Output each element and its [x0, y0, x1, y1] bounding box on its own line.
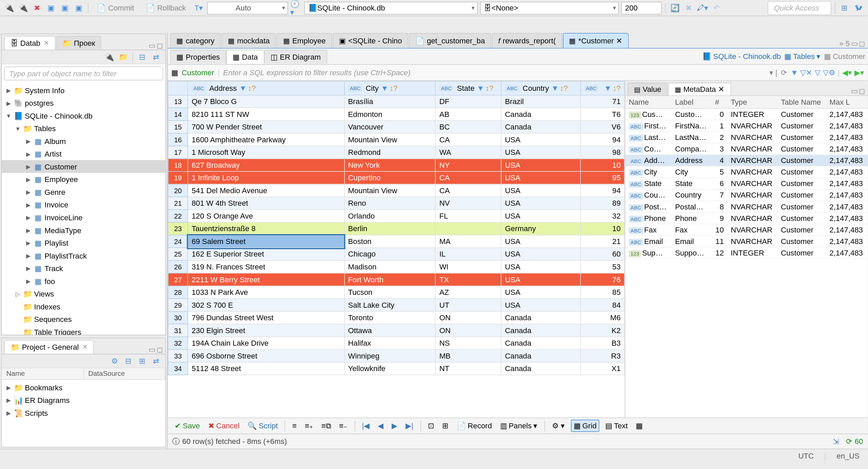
cell[interactable]: 1033 N Park Ave — [188, 286, 344, 299]
filter-icon[interactable]: ▼ — [239, 84, 247, 93]
tx-mode-combo[interactable]: Auto — [207, 1, 288, 14]
cell[interactable]: 1600 Amphitheatre Parkway — [188, 133, 344, 146]
collapse-icon[interactable]: ⊟ — [123, 355, 134, 367]
panels-button[interactable]: ▥ Panels ▾ — [498, 420, 540, 431]
cell[interactable]: 10 — [580, 222, 625, 235]
table-row[interactable]: 148210 111 ST NWEdmontonABCanadaT6 — [168, 108, 625, 121]
cancel-button[interactable]: ✖ Cancel — [206, 420, 242, 431]
cell[interactable]: NV — [436, 197, 501, 210]
table-row[interactable]: 13Qe 7 Bloco GBrasíliaDFBrazil71 — [168, 95, 625, 108]
cell[interactable]: Ottawa — [344, 324, 435, 337]
cell[interactable]: Halifax — [344, 337, 435, 350]
cell[interactable]: USA — [501, 184, 580, 197]
nav-next-icon[interactable]: ▶ — [389, 420, 400, 431]
col-state[interactable]: ABCState▼↕? — [436, 81, 501, 95]
cell[interactable]: Cupertino — [344, 171, 435, 184]
table-row[interactable]: 161600 Amphitheatre ParkwayMountain View… — [168, 133, 625, 146]
meta-row[interactable]: ABCEmailEmail11NVARCHARCustomer2,147,483 — [625, 236, 868, 247]
filter-expression-input[interactable]: Enter a SQL expression to filter results… — [223, 68, 766, 77]
cell[interactable]: Canada — [501, 349, 580, 362]
meta-col[interactable]: Name — [625, 96, 671, 108]
cell[interactable]: Qe 7 Bloco G — [188, 95, 344, 108]
cell[interactable]: Canada — [501, 108, 580, 121]
cell[interactable]: 32 — [580, 209, 625, 222]
row-limit-input[interactable]: 200 — [621, 1, 662, 14]
tab-customer[interactable]: ▦ *Customer ✕ — [563, 33, 629, 48]
meta-row[interactable]: ABCLast…LastNa…2NVARCHARCustomer2,147,48… — [625, 131, 868, 143]
cell[interactable]: 8210 111 ST NW — [188, 108, 344, 121]
cell[interactable]: Canada — [501, 337, 580, 350]
sort-icon[interactable]: ↕? — [390, 84, 397, 93]
cell[interactable]: V6 — [580, 121, 625, 134]
meta-row[interactable]: ABCPost…Postal…8NVARCHARCustomer2,147,48… — [625, 201, 868, 212]
cell[interactable]: 98 — [580, 146, 625, 159]
cell[interactable]: 2211 W Berry Street — [188, 273, 344, 286]
table-row[interactable]: 30796 Dundas Street WestTorontoONCanadaM… — [168, 311, 625, 324]
cell[interactable]: MA — [436, 235, 501, 248]
nav-back-icon[interactable]: ◀▾ — [842, 68, 852, 77]
cell[interactable]: Salt Lake City — [344, 299, 435, 311]
tab-sqlite-chino[interactable]: ▣ <SQLite - Chino — [333, 33, 408, 48]
row-number[interactable]: 31 — [168, 324, 188, 337]
meta-row[interactable]: ABCCou…Country7NVARCHARCustomer2,147,483 — [625, 189, 868, 201]
maximize-icon[interactable]: ◻ — [859, 87, 865, 96]
add-row-icon[interactable]: ≡₊ — [302, 420, 316, 431]
table-row[interactable]: 21801 W 4th StreetRenoNVUSA89 — [168, 197, 625, 210]
tab-employee[interactable]: ▦ Employee — [277, 33, 332, 48]
col-city[interactable]: ABCCity▼↕? — [344, 81, 435, 95]
row-number[interactable]: 23 — [168, 222, 188, 235]
filter-icon[interactable]: ▼ — [551, 84, 559, 93]
table-row[interactable]: 18627 BroadwayNew YorkNYUSA10 — [168, 159, 625, 171]
col-address[interactable]: ABCAddress▼↕? — [188, 81, 344, 95]
tab-overflow[interactable]: » 5 — [839, 39, 850, 48]
rollback-button[interactable]: 📄 Rollback — [141, 2, 191, 13]
cell[interactable]: 84 — [580, 299, 625, 311]
sql-editor-icon[interactable]: ▣ — [45, 2, 57, 14]
tree-table-playlisttrack[interactable]: ▶▦PlaylistTrack — [2, 249, 165, 262]
sort-icon[interactable]: ↕? — [248, 84, 256, 93]
cell[interactable]: Reno — [344, 197, 435, 210]
new-folder-icon[interactable]: 📁 — [117, 51, 129, 63]
filter-custom-icon[interactable]: ▽⚙ — [823, 68, 836, 77]
row-number[interactable]: 21 — [168, 197, 188, 210]
table-row[interactable]: 31230 Elgin StreetOttawaONCanadaK2 — [168, 324, 625, 337]
close-icon[interactable]: ✕ — [616, 36, 623, 45]
row-number[interactable]: 30 — [168, 311, 188, 324]
col-name[interactable]: Name — [2, 368, 83, 379]
cell[interactable]: 60 — [580, 248, 625, 261]
cell[interactable]: 230 Elgin Street — [188, 324, 344, 337]
tab-category[interactable]: ▦ category — [170, 33, 221, 48]
quick-access-input[interactable]: Quick Access — [768, 1, 831, 15]
cell[interactable]: 801 W 4th Street — [188, 197, 344, 210]
cell[interactable]: USA — [501, 159, 580, 171]
cell[interactable]: 5112 48 Street — [188, 362, 344, 375]
crumb-tables[interactable]: ▦ Tables ▾ — [784, 52, 821, 61]
edit-row-icon[interactable]: ≡ — [290, 420, 299, 431]
settings-icon[interactable]: ⚙ ▾ — [550, 420, 567, 431]
meta-row[interactable]: ABCCo…Compa…3NVARCHARCustomer2,147,483 — [625, 143, 868, 155]
tree-table-genre[interactable]: ▶▦Genre — [2, 186, 165, 199]
cell[interactable]: 319 N. Frances Street — [188, 261, 344, 273]
cell[interactable]: 76 — [580, 273, 625, 286]
cell[interactable]: 53 — [580, 261, 625, 273]
table-row[interactable]: 23Tauentzienstraße 8BerlinGermany10 — [168, 222, 625, 235]
nav-first-icon[interactable]: |◀ — [360, 420, 372, 431]
record-button[interactable]: 📄 Record — [454, 420, 494, 431]
zoom-icon[interactable]: ⊡ — [426, 420, 436, 431]
minimize-icon[interactable]: ▭ — [149, 41, 155, 50]
row-number[interactable]: 16 — [168, 133, 188, 146]
dbeaver-icon[interactable]: 🐿 — [853, 2, 864, 14]
row-number[interactable]: 26 — [168, 261, 188, 273]
disconnect-icon[interactable]: ✖ — [31, 2, 43, 14]
minimize-icon[interactable]: ▭ — [851, 39, 858, 48]
text-mode-button[interactable]: ▤ Text — [603, 420, 630, 431]
table-row[interactable]: 171 Microsoft WayRedmondWAUSA98 — [168, 146, 625, 159]
table-row[interactable]: 345112 48 StreetYellowknifeNTCanadaX1 — [168, 362, 625, 375]
tab-project-general[interactable]: 📁 Project - General ✕ — [4, 340, 94, 354]
connect-icon[interactable]: 🔌 — [3, 2, 15, 14]
cell[interactable]: 541 Del Medio Avenue — [188, 184, 344, 197]
cell[interactable]: Fort Worth — [344, 273, 435, 286]
cell[interactable]: 1 Microsoft Way — [188, 146, 344, 159]
history-icon[interactable]: 🕘▾ — [290, 2, 302, 14]
cell[interactable]: 89 — [580, 197, 625, 210]
